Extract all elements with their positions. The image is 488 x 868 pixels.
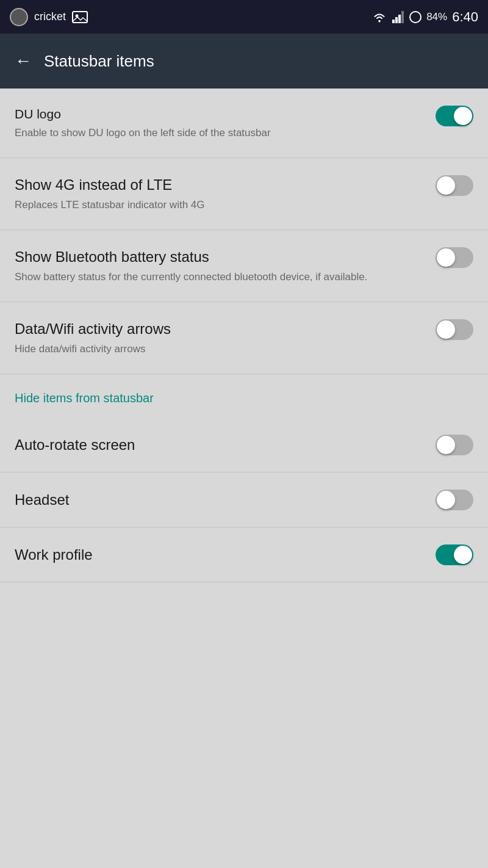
setting-item-wifi-arrows[interactable]: Data/Wifi activity arrows Hide data/wifi… (0, 302, 488, 374)
toggle-thumb (437, 436, 455, 454)
toggle-auto-rotate[interactable] (436, 435, 473, 455)
battery-percent: 84% (426, 11, 447, 23)
setting-title: Data/Wifi activity arrows (15, 319, 423, 338)
setting-item-auto-rotate[interactable]: Auto-rotate screen (0, 418, 488, 472)
toggle-headset[interactable] (436, 490, 473, 510)
toggle-thumb (437, 176, 455, 195)
back-button[interactable]: ← (15, 52, 32, 70)
battery-icon (409, 11, 422, 23)
setting-item-work-profile[interactable]: Work profile (0, 527, 488, 582)
setting-item-headset[interactable]: Headset (0, 472, 488, 527)
setting-text: Headset (15, 490, 436, 509)
setting-title: Show Bluetooth battery status (15, 247, 423, 266)
hide-items-link[interactable]: Hide items from statusbar (15, 391, 154, 405)
wifi-icon (371, 10, 387, 24)
svg-point-2 (379, 20, 381, 22)
signal-icon (392, 11, 404, 23)
svg-rect-0 (73, 12, 87, 23)
toggle-bluetooth[interactable] (436, 247, 473, 268)
setting-text: DU logo Enable to show DU logo on the le… (15, 106, 436, 140)
setting-item-du-logo[interactable]: DU logo Enable to show DU logo on the le… (0, 89, 488, 158)
setting-text: Work profile (15, 545, 436, 564)
setting-item-4g[interactable]: Show 4G instead of LTE Replaces LTE stat… (0, 158, 488, 230)
section-header: Hide items from statusbar (0, 374, 488, 418)
setting-title: Auto-rotate screen (15, 435, 423, 454)
svg-rect-4 (395, 17, 398, 23)
setting-text: Show 4G instead of LTE Replaces LTE stat… (15, 175, 436, 212)
toggle-thumb (437, 491, 455, 509)
status-time: 6:40 (452, 9, 478, 25)
toggle-du-logo[interactable] (436, 106, 473, 126)
setting-text: Data/Wifi activity arrows Hide data/wifi… (15, 319, 436, 356)
toggle-thumb (454, 546, 472, 564)
toggle-thumb (437, 320, 455, 339)
setting-title: Show 4G instead of LTE (15, 175, 423, 194)
setting-desc: Replaces LTE statusbar indicator with 4G (15, 198, 423, 212)
setting-desc: Show battery status for the currently co… (15, 270, 423, 284)
toggle-thumb (454, 107, 472, 125)
status-bar: cricket 84% 6:40 (0, 0, 488, 34)
setting-text: Show Bluetooth battery status Show batte… (15, 247, 436, 284)
toggle-thumb (437, 248, 455, 267)
bottom-padding (0, 582, 488, 704)
svg-rect-6 (401, 11, 404, 23)
toggle-wifi-arrows[interactable] (436, 319, 473, 340)
setting-title: DU logo (15, 106, 423, 122)
toggle-4g[interactable] (436, 175, 473, 196)
settings-list: DU logo Enable to show DU logo on the le… (0, 89, 488, 704)
page-title: Statusbar items (44, 52, 154, 71)
setting-item-bluetooth[interactable]: Show Bluetooth battery status Show batte… (0, 230, 488, 302)
setting-title: Work profile (15, 545, 423, 564)
svg-rect-3 (392, 20, 395, 23)
image-icon (72, 10, 88, 24)
setting-text: Auto-rotate screen (15, 435, 436, 454)
setting-title: Headset (15, 490, 423, 509)
carrier-name: cricket (34, 10, 66, 23)
svg-rect-5 (398, 15, 401, 23)
app-logo-icon (10, 8, 28, 26)
status-bar-left: cricket (10, 8, 88, 26)
setting-desc: Enable to show DU logo on the left side … (15, 126, 423, 140)
toggle-work-profile[interactable] (436, 544, 473, 565)
setting-desc: Hide data/wifi activity arrows (15, 342, 423, 356)
app-bar: ← Statusbar items (0, 34, 488, 89)
status-bar-right: 84% 6:40 (371, 9, 478, 25)
